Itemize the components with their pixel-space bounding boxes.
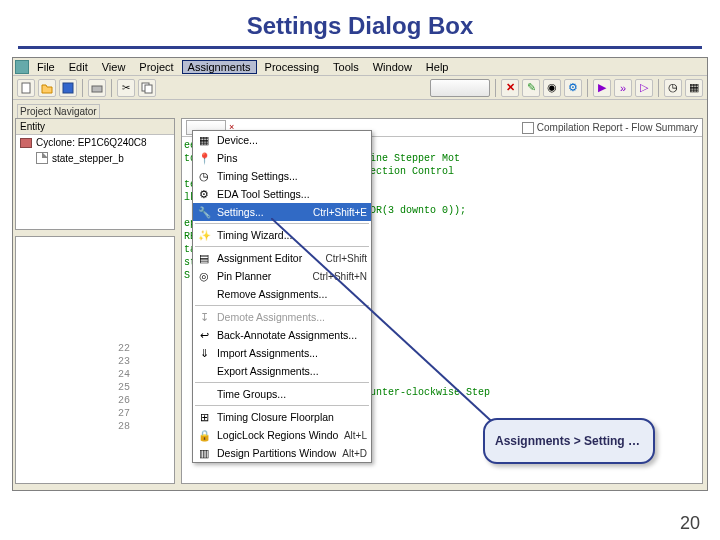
new-button[interactable]	[17, 79, 35, 97]
menu-item-pins[interactable]: 📍Pins	[193, 149, 371, 167]
cut-button[interactable]: ✂	[117, 79, 135, 97]
report-tab[interactable]: Compilation Report - Flow Summary	[522, 122, 702, 134]
page-icon	[19, 81, 33, 95]
page-number: 20	[680, 513, 700, 534]
blank-icon	[197, 364, 211, 378]
menu-item-label: Settings...	[217, 206, 307, 218]
menu-processing[interactable]: Processing	[259, 60, 325, 74]
menubar: File Edit View Project Assignments Proce…	[13, 58, 707, 76]
callout-text: Assignments > Setting …	[495, 434, 640, 448]
report-label: Compilation Report - Flow Summary	[537, 122, 698, 133]
menu-view[interactable]: View	[96, 60, 132, 74]
pin2-icon: ◎	[197, 269, 211, 283]
grid-icon: ▤	[197, 251, 211, 265]
copy-button[interactable]	[138, 79, 156, 97]
folder-icon	[40, 81, 54, 95]
demote-icon: ↧	[197, 310, 211, 324]
play-icon: ▶	[598, 81, 606, 94]
app-icon	[15, 60, 29, 74]
clock-icon: ◷	[668, 81, 678, 94]
play-icon: ▷	[640, 81, 648, 94]
menu-item-device[interactable]: ▦Device...	[193, 131, 371, 149]
svg-line-5	[271, 218, 501, 430]
callout-arrow	[271, 218, 531, 438]
wrench-icon: 🔧	[197, 205, 211, 219]
clock-button[interactable]: ◷	[664, 79, 682, 97]
title-rule	[18, 46, 702, 49]
save-button[interactable]	[59, 79, 77, 97]
x-icon: ✕	[506, 81, 515, 94]
entity-row[interactable]: state_stepper_b	[16, 150, 174, 166]
toolbar-sep	[82, 79, 83, 97]
device-row[interactable]: Cyclone: EP1C6Q240C8	[16, 135, 174, 150]
tool-globe-button[interactable]: ◉	[543, 79, 561, 97]
svg-rect-4	[145, 85, 152, 93]
lower-panel[interactable]	[15, 236, 175, 484]
report-icon	[522, 122, 534, 134]
toolbar-sep	[587, 79, 588, 97]
chip-button[interactable]: ▦	[685, 79, 703, 97]
nav-header: Entity	[16, 119, 174, 135]
toolbar-sep	[495, 79, 496, 97]
callout: Assignments > Setting …	[483, 418, 655, 464]
menu-tools[interactable]: Tools	[327, 60, 365, 74]
menu-item-label: EDA Tool Settings...	[217, 188, 361, 200]
lock-icon: 🔒	[197, 428, 211, 442]
tool-gear-button[interactable]: ⚙	[564, 79, 582, 97]
svg-rect-1	[63, 83, 73, 93]
device-label: Cyclone: EP1C6Q240C8	[36, 137, 147, 148]
ff-button[interactable]: »	[614, 79, 632, 97]
entity-label: state_stepper_b	[52, 153, 124, 164]
scissors-icon: ✂	[122, 82, 130, 93]
floor-icon: ⊞	[197, 410, 211, 424]
line-numbers: 22232425262728	[118, 342, 130, 433]
slide-title: Settings Dialog Box	[0, 0, 720, 46]
play2-button[interactable]: ▷	[635, 79, 653, 97]
clock-icon: ◷	[197, 169, 211, 183]
pencil-icon: ✎	[527, 81, 536, 94]
app-window: File Edit View Project Assignments Proce…	[12, 57, 708, 491]
svg-rect-0	[22, 83, 30, 93]
stop-button[interactable]	[430, 79, 490, 97]
part-icon: ▥	[197, 446, 211, 460]
tool-pencil-button[interactable]: ✎	[522, 79, 540, 97]
menu-item-eda-tool-settings[interactable]: ⚙EDA Tool Settings...	[193, 185, 371, 203]
menu-item-label: Device...	[217, 134, 361, 146]
chip-icon: ▦	[689, 81, 699, 94]
tool-x-button[interactable]: ✕	[501, 79, 519, 97]
print-button[interactable]	[88, 79, 106, 97]
chip-icon	[20, 138, 32, 148]
menu-edit[interactable]: Edit	[63, 60, 94, 74]
project-navigator-label: Project Navigator	[17, 104, 100, 118]
chip-icon: ▦	[197, 133, 211, 147]
menu-item-label: Timing Settings...	[217, 170, 361, 182]
menu-item-timing-settings[interactable]: ◷Timing Settings...	[193, 167, 371, 185]
back-icon: ↩	[197, 328, 211, 342]
blank-icon	[197, 387, 211, 401]
import-icon: ⇓	[197, 346, 211, 360]
play-button[interactable]: ▶	[593, 79, 611, 97]
svg-rect-2	[92, 86, 102, 92]
toolbar-sep	[111, 79, 112, 97]
menu-project[interactable]: Project	[133, 60, 179, 74]
gear-icon: ⚙	[197, 187, 211, 201]
menu-item-design-partitions-window[interactable]: ▥Design Partitions WindowAlt+D	[193, 444, 371, 462]
gear-icon: ⚙	[568, 81, 578, 94]
menu-item-label: Design Partitions Window	[217, 447, 336, 459]
menu-item-label: Pins	[217, 152, 361, 164]
globe-icon: ◉	[547, 81, 557, 94]
open-button[interactable]	[38, 79, 56, 97]
copy-icon	[140, 81, 154, 95]
forward-icon: »	[620, 82, 626, 94]
wand-icon: ✨	[197, 228, 211, 242]
menu-assignments[interactable]: Assignments	[182, 60, 257, 74]
file-icon	[36, 152, 48, 164]
pin-icon: 📍	[197, 151, 211, 165]
menu-file[interactable]: File	[31, 60, 61, 74]
disk-icon	[61, 81, 75, 95]
menu-help[interactable]: Help	[420, 60, 455, 74]
print-icon	[90, 81, 104, 95]
blank-icon	[197, 287, 211, 301]
project-navigator[interactable]: Entity Cyclone: EP1C6Q240C8 state_steppe…	[15, 118, 175, 230]
menu-window[interactable]: Window	[367, 60, 418, 74]
